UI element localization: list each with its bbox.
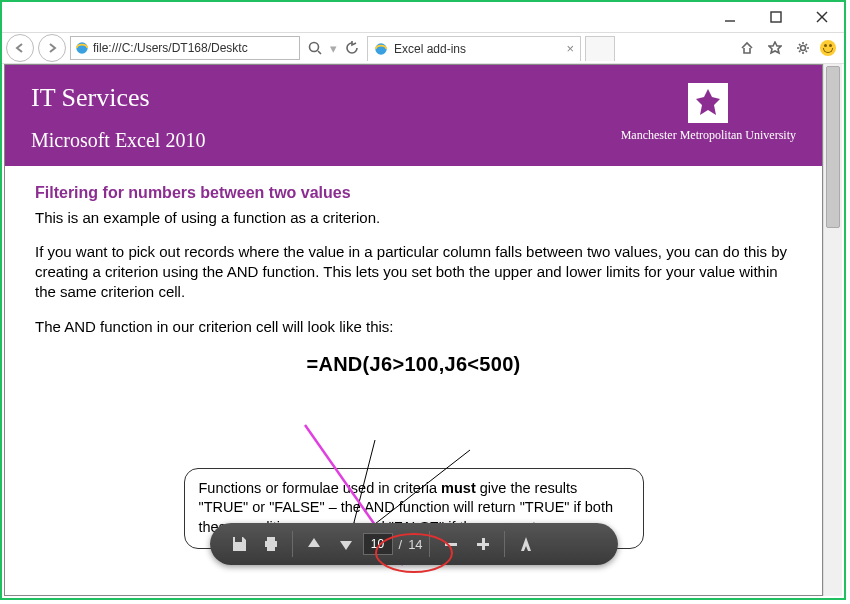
svg-marker-14 — [308, 538, 320, 547]
page-down-icon[interactable] — [331, 529, 361, 559]
address-bar[interactable]: file:///C:/Users/DT168/Desktc — [70, 36, 300, 60]
scrollbar[interactable] — [823, 64, 842, 596]
smiley-icon[interactable] — [820, 40, 836, 56]
tab-title: Excel add-ins — [394, 42, 466, 56]
svg-point-9 — [801, 46, 806, 51]
print-icon[interactable] — [256, 529, 286, 559]
header-subtitle: Microsoft Excel 2010 — [31, 129, 205, 152]
tab-close-icon[interactable]: × — [566, 41, 574, 56]
paragraph: This is an example of using a function a… — [35, 208, 792, 228]
page-total: 14 — [408, 537, 422, 552]
doc-header: IT Services Microsoft Excel 2010 Manches… — [5, 65, 822, 166]
svg-rect-1 — [771, 12, 781, 22]
forward-button[interactable] — [38, 34, 66, 62]
university-logo: Manchester Metropolitan University — [621, 83, 796, 143]
svg-point-5 — [310, 43, 319, 52]
content-area: IT Services Microsoft Excel 2010 Manches… — [2, 62, 844, 598]
doc-body: Filtering for numbers between two values… — [5, 166, 822, 565]
maximize-button[interactable] — [754, 3, 798, 31]
section-heading: Filtering for numbers between two values — [35, 182, 792, 204]
zoom-in-icon[interactable] — [468, 529, 498, 559]
page-sep: / — [399, 537, 403, 552]
ie-icon — [75, 41, 89, 55]
page-up-icon[interactable] — [299, 529, 329, 559]
address-text: file:///C:/Users/DT168/Desktc — [93, 41, 248, 55]
svg-marker-15 — [340, 541, 352, 550]
new-tab-button[interactable] — [585, 36, 615, 61]
paragraph: The AND function in our criterion cell w… — [35, 317, 792, 337]
page-current-input[interactable] — [363, 533, 393, 555]
svg-rect-16 — [445, 543, 457, 546]
browser-tab[interactable]: Excel add-ins × — [367, 36, 581, 61]
page-indicator: / 14 — [363, 533, 423, 555]
browser-toolbar: file:///C:/Users/DT168/Desktc ▾ Excel ad… — [2, 33, 844, 64]
search-icon[interactable] — [304, 37, 326, 59]
logo-mark — [688, 83, 728, 123]
formula: =AND(J6>100,J6<500) — [35, 351, 792, 378]
settings-icon[interactable] — [792, 37, 814, 59]
favorites-icon[interactable] — [764, 37, 786, 59]
close-button[interactable] — [800, 3, 844, 31]
back-button[interactable] — [6, 34, 34, 62]
window: file:///C:/Users/DT168/Desktc ▾ Excel ad… — [0, 0, 846, 600]
pdf-page: IT Services Microsoft Excel 2010 Manches… — [4, 64, 823, 596]
ie-icon — [374, 42, 388, 56]
pdf-toolbar: / 14 — [210, 523, 618, 565]
logo-text: Manchester Metropolitan University — [621, 129, 796, 143]
svg-rect-18 — [482, 538, 485, 550]
adobe-icon[interactable] — [511, 529, 541, 559]
refresh-button[interactable] — [341, 37, 363, 59]
paragraph: If you want to pick out records where th… — [35, 242, 792, 303]
scrollbar-thumb[interactable] — [826, 66, 840, 228]
titlebar — [2, 2, 844, 33]
home-icon[interactable] — [736, 37, 758, 59]
zoom-out-icon[interactable] — [436, 529, 466, 559]
svg-line-6 — [318, 51, 321, 54]
save-icon[interactable] — [224, 529, 254, 559]
minimize-button[interactable] — [708, 3, 752, 31]
svg-marker-10 — [696, 89, 720, 115]
note-text: Functions or formulae used in criteria — [199, 480, 442, 496]
header-title: IT Services — [31, 83, 205, 113]
note-bold: must — [441, 480, 476, 496]
svg-marker-8 — [769, 42, 781, 53]
